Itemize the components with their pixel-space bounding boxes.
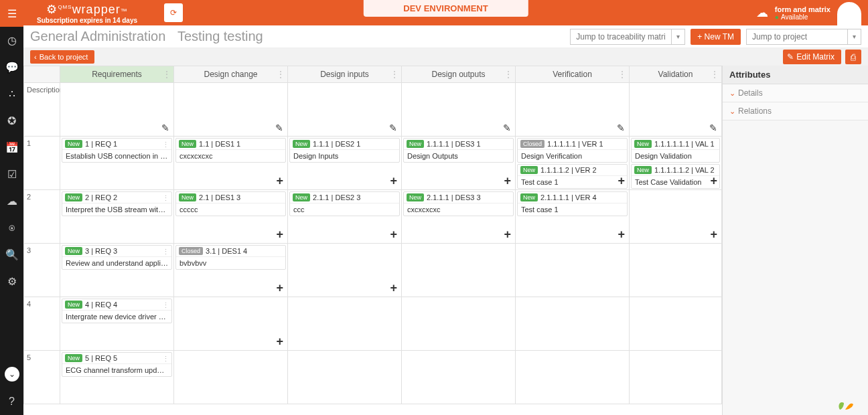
rail-chat-icon[interactable]: 💬 <box>0 54 23 80</box>
pencil-icon[interactable]: ✎ <box>709 122 717 133</box>
matrix-cell[interactable]: New4 | REQ 4Intergrate new device driver… <box>60 297 174 351</box>
matrix-cell[interactable] <box>288 351 402 404</box>
item-card[interactable]: New2.1.1.1 | DES3 3cxcxcxcxc <box>403 191 514 216</box>
logo[interactable]: ⚙QMSwrapper™ Subscription expires in 14 … <box>23 2 144 24</box>
item-card[interactable]: New2.1.1 | DES2 3ccc <box>289 191 400 216</box>
edit-matrix-button[interactable]: ✎Edit Matrix <box>783 50 841 64</box>
rail-help-icon[interactable]: ? <box>0 388 23 415</box>
item-card[interactable]: New1 | REQ 1Establish USB connection in … <box>62 138 172 163</box>
matrix-cell[interactable]: + <box>630 190 722 244</box>
item-card[interactable]: New1.1.1.1.2 | VER 2Test case 1 <box>517 164 628 189</box>
matrix-cell[interactable]: + <box>288 244 402 297</box>
matrix-cell[interactable] <box>630 351 722 404</box>
matrix-cell[interactable] <box>288 297 402 351</box>
avatar[interactable] <box>837 2 861 26</box>
jump-to-project-combo[interactable]: ▾ <box>746 29 861 45</box>
description-cell[interactable]: ✎ <box>402 83 516 137</box>
item-card[interactable]: Closed3.1 | DES1 4bvbvbvv <box>175 245 286 270</box>
pencil-icon[interactable]: ✎ <box>503 122 511 133</box>
matrix-cell[interactable] <box>630 244 722 297</box>
matrix-cell[interactable]: New1.1 | DES1 1cxcxcxcxc+ <box>174 137 288 190</box>
rail-check-icon[interactable]: ☑ <box>0 161 23 187</box>
rail-collapse-toggle[interactable]: ⌄ <box>5 367 19 382</box>
matrix-cell[interactable] <box>402 244 516 297</box>
jump-to-tm-combo[interactable]: ▾ <box>570 29 685 45</box>
pencil-icon[interactable]: ✎ <box>161 122 169 133</box>
back-to-project-button[interactable]: ‹Back to project <box>30 50 94 64</box>
matrix-cell[interactable]: New2.1.1 | DES2 3ccc+ <box>288 190 402 244</box>
item-card[interactable]: New3 | REQ 3Review and understand applic… <box>62 245 172 270</box>
description-cell[interactable]: ✎ <box>630 83 722 137</box>
rail-star-icon[interactable]: ✪ <box>0 107 23 134</box>
add-item-icon[interactable]: + <box>618 174 625 188</box>
rail-cloud-icon[interactable]: ☁ <box>0 187 23 214</box>
matrix-cell[interactable]: New1.1.1.1.1.1 | VAL 1Design ValidationN… <box>630 137 722 190</box>
add-item-icon[interactable]: + <box>276 281 283 295</box>
item-card[interactable]: New4 | REQ 4Intergrate new device driver… <box>62 299 172 323</box>
item-card[interactable]: New1.1.1.1.1.2 | VAL 2Test Case Validati… <box>631 164 720 189</box>
add-item-icon[interactable]: + <box>276 174 283 188</box>
rail-badge-icon[interactable]: ⍟ <box>0 214 23 241</box>
pencil-icon[interactable]: ✎ <box>389 122 397 133</box>
column-header[interactable]: Design outputs⋮ <box>402 66 516 83</box>
attributes-relations-section[interactable]: ⌄Relations <box>723 102 868 120</box>
matrix-cell[interactable]: New5 | REQ 5ECG channel transform update… <box>60 351 174 404</box>
add-item-icon[interactable]: + <box>710 174 717 188</box>
description-cell[interactable]: ✎ <box>288 83 402 137</box>
rail-menu-icon[interactable]: ☰ <box>0 0 23 27</box>
rail-settings-icon[interactable]: ⚙ <box>0 268 23 295</box>
column-header[interactable]: Validation⋮ <box>630 66 722 83</box>
matrix-cell[interactable]: New1.1.1.1 | DES3 1Design Outputs+ <box>402 137 516 190</box>
add-item-icon[interactable]: + <box>618 228 625 242</box>
item-card[interactable]: New1.1 | DES1 1cxcxcxcxc <box>175 138 286 163</box>
column-menu-icon[interactable]: ⋮ <box>277 70 285 79</box>
item-card[interactable]: New2.1 | DES1 3ccccc <box>175 191 286 216</box>
description-cell[interactable]: ✎ <box>60 83 174 137</box>
jump-to-project-input[interactable] <box>747 29 847 44</box>
add-item-icon[interactable]: + <box>390 174 397 188</box>
item-card[interactable]: New2.1.1.1.1 | VER 4Test case 1 <box>517 191 628 216</box>
user-menu[interactable]: form and matrix Available <box>775 5 830 21</box>
column-menu-icon[interactable]: ⋮ <box>711 70 719 79</box>
rail-dashboard-icon[interactable]: ◷ <box>0 27 23 54</box>
column-header[interactable]: Design change⋮ <box>174 66 288 83</box>
description-cell[interactable]: ✎ <box>174 83 288 137</box>
card-menu-icon[interactable]: ⋮ <box>162 248 169 256</box>
add-item-icon[interactable]: + <box>276 228 283 242</box>
card-menu-icon[interactable]: ⋮ <box>162 355 169 363</box>
matrix-cell[interactable]: + <box>174 297 288 351</box>
matrix-cell[interactable]: Closed3.1 | DES1 4bvbvbvv+ <box>174 244 288 297</box>
matrix-scroll-area[interactable]: Requirements⋮Design change⋮Design inputs… <box>23 66 722 415</box>
column-header[interactable]: Verification⋮ <box>516 66 630 83</box>
add-item-icon[interactable]: + <box>390 228 397 242</box>
column-header[interactable]: Requirements⋮ <box>60 66 174 83</box>
item-card[interactable]: New5 | REQ 5ECG channel transform update… <box>62 352 172 377</box>
jump-to-tm-dropdown-icon[interactable]: ▾ <box>671 29 684 45</box>
matrix-cell[interactable]: New1.1.1 | DES2 1Design Inputs+ <box>288 137 402 190</box>
matrix-cell[interactable] <box>630 297 722 351</box>
description-cell[interactable]: ✎ <box>516 83 630 137</box>
matrix-cell[interactable] <box>174 351 288 404</box>
matrix-cell[interactable]: New1 | REQ 1Establish USB connection in … <box>60 137 174 190</box>
column-menu-icon[interactable]: ⋮ <box>504 70 512 79</box>
card-menu-icon[interactable]: ⋮ <box>162 194 169 203</box>
print-button[interactable]: ⎙ <box>845 50 861 64</box>
matrix-cell[interactable] <box>402 351 516 404</box>
add-item-icon[interactable]: + <box>710 228 717 242</box>
column-menu-icon[interactable]: ⋮ <box>390 70 399 79</box>
breadcrumb-project[interactable]: General Administration <box>30 29 165 44</box>
matrix-cell[interactable]: New2.1.1.1.1 | VER 4Test case 1+ <box>516 190 630 244</box>
upload-cloud-icon[interactable]: ☁ <box>756 5 768 20</box>
new-tm-button[interactable]: + New TM <box>691 29 741 45</box>
matrix-cell[interactable]: Closed1.1.1.1.1 | VER 1Design Verificati… <box>516 137 630 190</box>
attributes-details-section[interactable]: ⌄Details <box>723 84 868 102</box>
item-card[interactable]: New2 | REQ 2Interpret the USB stream wit… <box>62 191 172 216</box>
add-item-icon[interactable]: + <box>276 335 283 349</box>
matrix-cell[interactable] <box>516 297 630 351</box>
add-item-icon[interactable]: + <box>504 228 511 242</box>
item-card[interactable]: New1.1.1 | DES2 1Design Inputs <box>289 138 400 163</box>
refresh-button[interactable]: ⟳ <box>164 3 183 22</box>
matrix-cell[interactable]: New2 | REQ 2Interpret the USB stream wit… <box>60 190 174 244</box>
item-card[interactable]: Closed1.1.1.1.1 | VER 1Design Verificati… <box>517 138 628 163</box>
column-header[interactable]: Design inputs⋮ <box>288 66 402 83</box>
